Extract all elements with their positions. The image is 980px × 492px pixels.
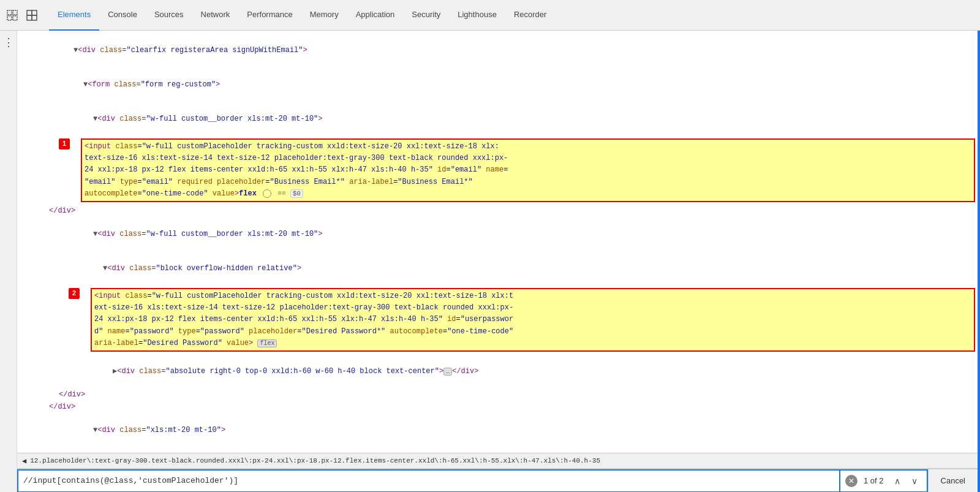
search-controls: ✕ 1 of 2 ∧ ∨ [840, 469, 928, 493]
search-bar: ✕ 1 of 2 ∧ ∨ Cancel [17, 469, 978, 492]
inspect-icon[interactable] [24, 8, 39, 23]
svg-rect-2 [7, 16, 12, 20]
cancel-search-button[interactable]: Cancel [928, 469, 978, 493]
toolbar-icons [5, 8, 39, 23]
dom-line-2: ▼<form class="form reg-custom"> [17, 67, 978, 102]
tab-sources[interactable]: Sources [146, 0, 192, 31]
dom-line-7: ▶<div class="absolute right-0 top-0 xxld… [17, 354, 978, 388]
node-number-2: 2 [69, 288, 80, 299]
selector-icon[interactable] [5, 8, 20, 23]
dom-line-9: </div> [17, 401, 978, 413]
tab-recorder[interactable]: Recorder [505, 0, 555, 31]
search-input[interactable] [18, 471, 839, 491]
input1-highlight[interactable]: <input class="w-full customPlaceholder t… [81, 138, 975, 202]
svg-rect-6 [27, 15, 32, 20]
input1-row: 1 <input class="w-full customPlaceholder… [17, 136, 978, 205]
dom-line-1: ▼<div class="clearfix registeraArea sign… [17, 33, 978, 67]
svg-rect-4 [27, 10, 32, 15]
tab-application[interactable]: Application [347, 0, 404, 31]
dom-line-10: ▼<div class="xls:mt-20 mt-10"> [17, 413, 978, 447]
dom-line-4: </div> [17, 205, 978, 217]
tab-security[interactable]: Security [403, 0, 449, 31]
search-input-wrapper [17, 469, 840, 493]
svg-rect-0 [7, 10, 12, 15]
input2-row: 2 <input class="w-full customPlaceholder… [17, 286, 978, 354]
breadcrumb-text: 12.placeholder\:text-gray-300.text-black… [30, 457, 600, 464]
node-number-1: 1 [59, 138, 70, 149]
tab-elements[interactable]: Elements [49, 0, 99, 31]
sidebar-panel: ⋮ [0, 31, 17, 492]
dom-line-8: </div> [17, 388, 978, 401]
tab-lighthouse[interactable]: Lighthouse [449, 0, 505, 31]
dom-line-6: ▼<div class="block overflow-hidden relat… [17, 251, 978, 286]
clear-search-button[interactable]: ✕ [845, 475, 858, 487]
breadcrumb-arrow[interactable]: ◀ [22, 456, 26, 466]
breadcrumb-bar: ◀ 12.placeholder\:text-gray-300.text-bla… [17, 453, 978, 469]
svg-rect-7 [32, 15, 37, 20]
svg-rect-3 [13, 16, 17, 20]
svg-rect-1 [13, 10, 17, 15]
right-scroll-indicator [978, 31, 980, 492]
svg-rect-5 [32, 10, 37, 15]
devtools-main: ⋮ ▼<div class="clearfix registeraArea si… [0, 31, 980, 492]
more-icon[interactable]: ⋮ [3, 36, 14, 49]
dom-line-11: <button data-amplitude="R_signup" data-t… [17, 447, 978, 453]
tab-network[interactable]: Network [192, 0, 239, 31]
prev-result-button[interactable]: ∧ [890, 474, 905, 488]
tab-console[interactable]: Console [99, 0, 146, 31]
tab-memory[interactable]: Memory [301, 0, 347, 31]
result-count: 1 of 2 [860, 476, 888, 485]
tab-performance[interactable]: Performance [238, 0, 301, 31]
elements-panel[interactable]: ▼<div class="clearfix registeraArea sign… [17, 31, 978, 453]
devtools-tab-bar: Elements Console Sources Network Perform… [0, 0, 980, 31]
dom-line-3: ▼<div class="w-full custom__border xls:m… [17, 102, 978, 136]
dom-line-5: ▼<div class="w-full custom__border xls:m… [17, 217, 978, 251]
next-result-button[interactable]: ∨ [907, 474, 922, 488]
input2-highlight[interactable]: <input class="w-full customPlaceholder t… [91, 288, 975, 352]
